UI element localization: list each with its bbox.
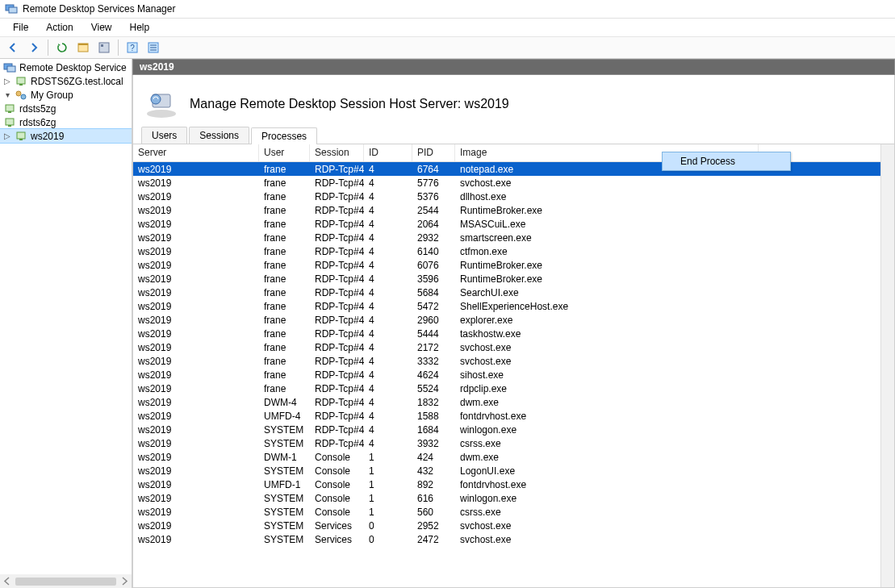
cell-server: ws2019 (133, 287, 259, 298)
cell-user: SYSTEM (259, 465, 310, 477)
cell-id: 4 (364, 177, 412, 189)
expand-icon[interactable]: ▷ (3, 77, 11, 85)
back-button[interactable] (3, 39, 23, 56)
tree-root[interactable]: Remote Desktop Service (0, 60, 132, 74)
table-row[interactable]: ws2019franeRDP-Tcp#444624sihost.exe (133, 368, 880, 382)
refresh-button[interactable] (52, 39, 72, 56)
table-row[interactable]: ws2019franeRDP-Tcp#442932smartscreen.exe (133, 231, 880, 244)
cell-server: ws2019 (133, 315, 259, 326)
menu-view[interactable]: View (83, 20, 120, 35)
cell-pid: 6140 (412, 246, 455, 257)
vertical-scrollbar[interactable] (880, 144, 894, 587)
table-row[interactable]: ws2019DWM-1Console1424dwm.exe (133, 450, 880, 464)
page-title: Manage Remote Desktop Session Host Serve… (190, 97, 509, 111)
tab-sessions[interactable]: Sessions (189, 127, 249, 144)
svg-text:?: ? (130, 44, 135, 52)
menu-help[interactable]: Help (122, 20, 158, 35)
export-button[interactable] (73, 39, 93, 56)
cell-image: MSASCuiL.exe (455, 219, 759, 230)
content-panel: Manage Remote Desktop Session Host Serve… (132, 75, 895, 588)
cell-pid: 2472 (412, 534, 455, 545)
app-icon (5, 2, 18, 15)
cell-pid: 2960 (412, 315, 455, 326)
cell-pid: 1832 (412, 397, 455, 408)
tree[interactable]: Remote Desktop Service ▷ RDSTS6ZG.test.l… (0, 60, 132, 143)
cell-image: sihost.exe (455, 369, 759, 381)
tree-node-label: ws2019 (31, 131, 64, 142)
menu-end-process[interactable]: End Process (663, 152, 790, 170)
cell-id: 4 (364, 219, 412, 230)
properties-button[interactable] (94, 39, 114, 56)
table-row[interactable]: ws2019franeRDP-Tcp#443332svchost.exe (133, 354, 880, 368)
table-row[interactable]: ws2019franeRDP-Tcp#442960explorer.exe (133, 313, 880, 327)
cell-session: RDP-Tcp#4 (310, 164, 364, 175)
table-row[interactable]: ws2019franeRDP-Tcp#445776svchost.exe (133, 176, 880, 190)
menu-action[interactable]: Action (38, 20, 81, 35)
svg-rect-4 (99, 43, 109, 52)
table-row[interactable]: ws2019franeRDP-Tcp#445472ShellExperience… (133, 299, 880, 313)
expand-icon[interactable]: ▷ (3, 132, 11, 140)
cell-image: explorer.exe (455, 315, 759, 326)
table-row[interactable]: ws2019SYSTEMServices02952svchost.exe (133, 519, 880, 532)
filter-button[interactable] (144, 39, 163, 56)
table-row[interactable]: ws2019SYSTEMRDP-Tcp#441684winlogon.exe (133, 423, 880, 436)
table-row[interactable]: ws2019UMFD-1Console1892fontdrvhost.exe (133, 477, 880, 491)
svg-rect-23 (19, 139, 23, 140)
cell-user: frane (259, 232, 310, 244)
col-pid[interactable]: PID (412, 144, 455, 161)
cell-id: 4 (364, 232, 412, 244)
tree-group-label: My Group (31, 90, 73, 101)
tree-node-selected[interactable]: ▷ ws2019 (0, 129, 132, 143)
table-row[interactable]: ws2019franeRDP-Tcp#445376dllhost.exe (133, 190, 880, 203)
cell-id: 4 (364, 397, 412, 408)
table-row[interactable]: ws2019SYSTEMConsole1616winlogon.exe (133, 491, 880, 505)
svg-point-17 (21, 94, 26, 99)
cell-session: Console (310, 452, 364, 463)
cell-session: RDP-Tcp#4 (310, 397, 364, 408)
col-id[interactable]: ID (364, 144, 412, 161)
table-row[interactable]: ws2019SYSTEMConsole1432LogonUI.exe (133, 464, 880, 477)
col-user[interactable]: User (259, 144, 310, 161)
cell-server: ws2019 (133, 177, 259, 189)
cell-id: 4 (364, 246, 412, 257)
menu-file[interactable]: File (5, 20, 36, 35)
table-row[interactable]: ws2019franeRDP-Tcp#442172svchost.exe (133, 340, 880, 354)
table-row[interactable]: ws2019DWM-4RDP-Tcp#441832dwm.exe (133, 395, 880, 409)
help-button[interactable]: ? (123, 39, 142, 56)
tree-node[interactable]: rdsts5zg (0, 102, 132, 115)
table-row[interactable]: ws2019SYSTEMRDP-Tcp#443932csrss.exe (133, 436, 880, 450)
collapse-icon[interactable]: ▾ (3, 91, 11, 99)
cell-image: fontdrvhost.exe (455, 479, 759, 490)
cell-user: frane (259, 287, 310, 298)
server-icon (3, 116, 16, 129)
tree-node[interactable]: rdsts6zg (0, 115, 132, 129)
table-row[interactable]: ws2019franeRDP-Tcp#445524rdpclip.exe (133, 382, 880, 395)
cell-server: ws2019 (133, 273, 259, 285)
table-row[interactable]: ws2019SYSTEMServices02472svchost.exe (133, 532, 880, 546)
tree-domain[interactable]: ▷ RDSTS6ZG.test.local (0, 74, 132, 88)
table-row[interactable]: ws2019franeRDP-Tcp#446140ctfmon.exe (133, 244, 880, 258)
grid-wrap: Server User Session ID PID Image ws2019f… (133, 144, 894, 587)
col-session[interactable]: Session (310, 144, 364, 161)
tree-group[interactable]: ▾ My Group (0, 88, 132, 102)
table-row[interactable]: ws2019franeRDP-Tcp#442544RuntimeBroker.e… (133, 203, 880, 217)
tab-users[interactable]: Users (141, 127, 187, 144)
table-row[interactable]: ws2019franeRDP-Tcp#445444taskhostw.exe (133, 327, 880, 340)
table-row[interactable]: ws2019franeRDP-Tcp#446076RuntimeBroker.e… (133, 258, 880, 272)
tab-processes[interactable]: Processes (251, 127, 317, 144)
table-row[interactable]: ws2019UMFD-4RDP-Tcp#441588fontdrvhost.ex… (133, 409, 880, 423)
table-row[interactable]: ws2019franeRDP-Tcp#443596RuntimeBroker.e… (133, 272, 880, 286)
cell-server: ws2019 (133, 342, 259, 353)
table-row[interactable]: ws2019SYSTEMConsole1560csrss.exe (133, 505, 880, 519)
cell-server: ws2019 (133, 438, 259, 449)
col-server[interactable]: Server (133, 144, 259, 161)
table-row[interactable]: ws2019franeRDP-Tcp#445684SearchUI.exe (133, 286, 880, 299)
cell-user: frane (259, 205, 310, 216)
process-grid[interactable]: Server User Session ID PID Image ws2019f… (133, 144, 880, 587)
tree-horizontal-scrollbar[interactable] (0, 574, 132, 588)
forward-button[interactable] (24, 39, 44, 56)
cell-server: ws2019 (133, 507, 259, 518)
cell-user: SYSTEM (259, 534, 310, 545)
table-row[interactable]: ws2019franeRDP-Tcp#442064MSASCuiL.exe (133, 217, 880, 231)
svg-point-26 (151, 94, 161, 104)
